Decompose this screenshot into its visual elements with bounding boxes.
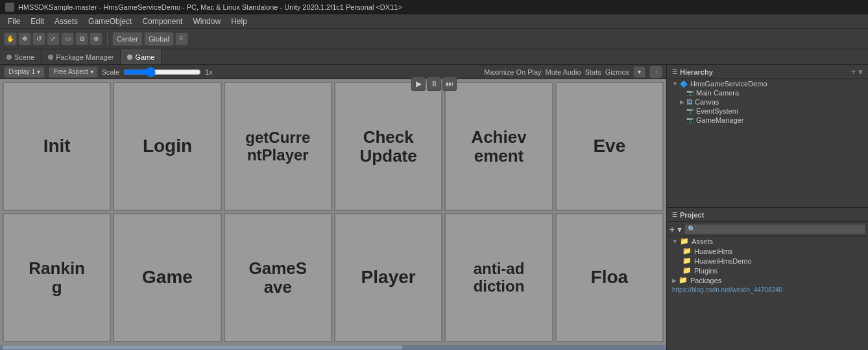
mute-label: Mute Audio	[546, 68, 581, 76]
gizmos-button[interactable]: ▾	[633, 66, 645, 78]
display-selector[interactable]: Display 1 ▾	[4, 66, 45, 78]
game-btn-login[interactable]: Login	[113, 82, 221, 211]
title-text: HMSSDKSample-master - HmsGameServiceDemo…	[18, 3, 402, 11]
tab-scene[interactable]: Scene	[0, 49, 42, 64]
evtsys-arrow: ▶	[680, 108, 684, 114]
rotate-tool[interactable]: ↺	[32, 32, 45, 45]
assets-folder-icon: 📁	[680, 237, 689, 245]
tool-group-left: ✋ ✥ ↺ ⤢ ▭ ⧉ ⊕	[4, 32, 102, 45]
game-btn-checkupdate[interactable]: CheckUpdate	[334, 82, 442, 211]
extra-tool[interactable]: ⠿	[175, 32, 188, 45]
tab-bar: Scene Package Manager Game	[0, 49, 868, 65]
game-btn-init[interactable]: Init	[3, 82, 111, 211]
plugins-label: Plugins	[694, 267, 717, 275]
aspect-selector[interactable]: Free Aspect ▾	[49, 66, 97, 78]
game-btn-game[interactable]: Game	[113, 213, 221, 342]
menu-edit[interactable]: Edit	[25, 17, 49, 26]
menu-component[interactable]: Component	[137, 17, 187, 26]
hierarchy-add-btn[interactable]: + ▾	[851, 67, 863, 77]
scale-value: 1x	[205, 68, 213, 76]
gizmo-pivot-tool[interactable]: ⊕	[90, 32, 102, 45]
menu-help[interactable]: Help	[226, 17, 252, 26]
center-button[interactable]: Center	[112, 32, 143, 46]
scroll-thumb[interactable]	[3, 345, 402, 349]
tab-game[interactable]: Game	[121, 49, 162, 64]
transform-tool[interactable]: ⧉	[75, 32, 88, 45]
scroll-area[interactable]	[0, 345, 666, 350]
project-toolbar: + ▾	[667, 222, 868, 236]
project-add-btn[interactable]: + ▾	[669, 224, 682, 234]
project-panel: ☰ Project + ▾ ▼ 📁 Assets 📁 HuaweiHms 📁 H…	[667, 208, 868, 350]
hier-item-eventsystem[interactable]: ▶ 📷 EventSystem	[667, 106, 868, 116]
game-btn-getcurrentplayer[interactable]: getCurrentPlayer	[224, 82, 332, 211]
tab-package-manager[interactable]: Package Manager	[42, 49, 121, 64]
camera-label: Main Camera	[696, 89, 739, 97]
game-btn-player[interactable]: Player	[334, 213, 442, 342]
menu-bar: File Edit Assets GameObject Component Wi…	[0, 14, 868, 29]
aspect-arrow: ▾	[90, 68, 93, 75]
title-bar: HMSSDKSample-master - HmsGameServiceDemo…	[0, 0, 868, 14]
folder-assets[interactable]: ▼ 📁 Assets	[667, 236, 868, 246]
huaweihms-label: HuaweiHms	[694, 247, 732, 255]
url-text[interactable]: https://blog.csdn.net/weixin_44708240	[667, 285, 868, 295]
hierarchy-header: ☰ Hierarchy + ▾	[667, 65, 868, 79]
stats-label: Stats	[585, 68, 601, 76]
game-btn-eve[interactable]: Eve	[555, 82, 664, 211]
game-btn-antiaddiction[interactable]: anti-addiction	[444, 213, 553, 342]
game-btn-achievement[interactable]: Achievement	[444, 82, 553, 211]
folder-plugins[interactable]: 📁 Plugins	[667, 266, 868, 275]
project-header: ☰ Project	[667, 208, 868, 222]
game-options-icon[interactable]: ⋮	[649, 66, 662, 79]
rect-tool[interactable]: ▭	[61, 32, 74, 45]
menu-assets[interactable]: Assets	[49, 17, 83, 26]
tab-scene-label: Scene	[14, 53, 34, 61]
folder-huaweihms[interactable]: 📁 HuaweiHms	[667, 246, 868, 256]
evtsys-label: EventSystem	[696, 107, 738, 115]
huaweihmsdemo-label: HuaweiHmsDemo	[694, 257, 752, 265]
menu-gameobject[interactable]: GameObject	[83, 17, 137, 26]
menu-window[interactable]: Window	[187, 17, 226, 26]
game-dot	[127, 55, 132, 60]
separator-1	[107, 32, 108, 45]
pause-button[interactable]: ⏸	[427, 77, 441, 91]
hier-item-hmsdemoscene[interactable]: ▼ 🔷 HmsGameServiceDemo	[667, 79, 868, 88]
global-label: Global	[149, 35, 169, 43]
assets-arrow: ▼	[672, 238, 678, 245]
folder-huaweihmsdemo[interactable]: 📁 HuaweiHmsDemo	[667, 256, 868, 266]
play-button[interactable]: ▶	[411, 77, 426, 91]
global-button[interactable]: Global	[144, 32, 174, 46]
scale-tool[interactable]: ⤢	[47, 32, 60, 45]
game-panel: Display 1 ▾ Free Aspect ▾ Scale 1x Maxim…	[0, 65, 667, 350]
scale-slider[interactable]	[123, 68, 201, 76]
hier-item-maincamera[interactable]: ▶ 📷 Main Camera	[667, 88, 868, 97]
display-label: Display 1	[8, 68, 35, 75]
project-search[interactable]	[684, 224, 865, 234]
scene-dot	[6, 55, 12, 60]
display-arrow: ▾	[37, 68, 40, 75]
hier-item-canvas[interactable]: ▶ 🖼 Canvas	[667, 97, 868, 106]
hand-tool[interactable]: ✋	[4, 32, 17, 45]
step-button[interactable]: ⏭	[442, 77, 457, 91]
pkg-dot	[48, 55, 53, 60]
packages-icon: 📁	[679, 276, 688, 284]
main-area: Display 1 ▾ Free Aspect ▾ Scale 1x Maxim…	[0, 65, 868, 350]
gizmos-arrow: ▾	[638, 68, 641, 75]
gm-arrow: ▶	[680, 117, 684, 123]
hier-item-gamemanager[interactable]: ▶ 📷 GameManager	[667, 116, 868, 125]
expand-arrow: ▼	[672, 81, 678, 87]
hier-label: HmsGameServiceDemo	[690, 80, 767, 88]
game-btn-ranking[interactable]: Ranking	[3, 213, 111, 342]
canvas-icon: 🖼	[686, 99, 692, 105]
game-btn-floa[interactable]: Floa	[555, 213, 664, 342]
tab-pkg-label: Package Manager	[56, 53, 114, 61]
huaweihms-icon: 📁	[682, 247, 692, 255]
center-label: Center	[117, 35, 138, 43]
evtsys-icon: 📷	[686, 108, 693, 114]
menu-file[interactable]: File	[3, 17, 25, 26]
folder-packages[interactable]: ▶ 📁 Packages	[667, 275, 868, 285]
game-btn-gamesave[interactable]: GameSave	[224, 213, 332, 342]
packages-arrow: ▶	[672, 277, 677, 284]
move-tool[interactable]: ✥	[18, 32, 31, 45]
hierarchy-title: Hierarchy	[680, 68, 713, 76]
gizmos-label: Gizmos	[605, 68, 629, 76]
